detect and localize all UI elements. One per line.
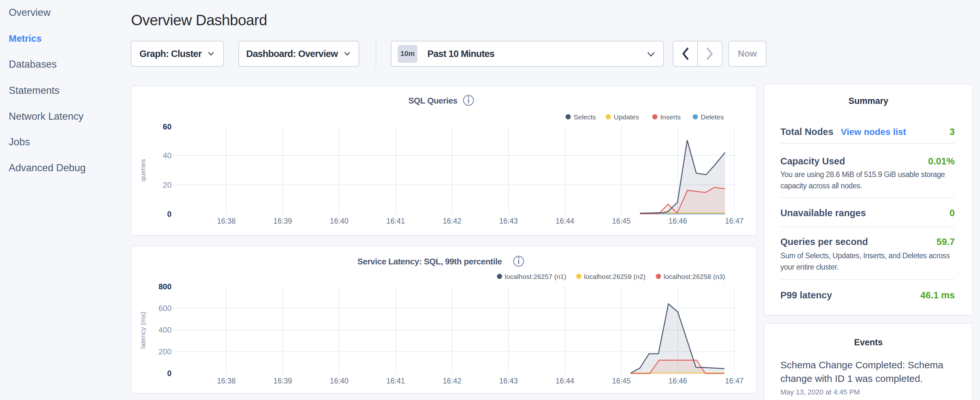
svg-text:16:47: 16:47 [725,377,744,385]
svg-text:Inserts: Inserts [660,113,681,121]
svg-text:200: 200 [159,347,172,356]
svg-text:16:38: 16:38 [217,217,236,225]
svg-text:Selects: Selects [574,113,596,121]
svg-text:16:43: 16:43 [499,377,518,385]
svg-text:latency (ms): latency (ms) [139,312,146,349]
svg-text:16:42: 16:42 [443,217,462,225]
svg-text:600: 600 [159,304,172,312]
svg-text:queries: queries [139,159,146,182]
svg-text:20: 20 [163,180,172,189]
svg-text:16:41: 16:41 [386,377,405,385]
svg-text:16:41: 16:41 [386,217,405,225]
svg-text:16:42: 16:42 [443,377,462,385]
svg-text:16:40: 16:40 [330,377,349,385]
svg-text:localhost:26258 (n3): localhost:26258 (n3) [663,273,725,280]
svg-text:16:46: 16:46 [668,377,687,385]
svg-text:16:39: 16:39 [274,217,292,225]
svg-text:Updates: Updates [614,113,639,121]
svg-text:16:47: 16:47 [725,217,744,225]
svg-text:localhost:26259 (n2): localhost:26259 (n2) [584,273,646,280]
svg-text:localhost:26257 (n1): localhost:26257 (n1) [505,273,566,280]
svg-text:16:38: 16:38 [217,377,236,385]
svg-text:40: 40 [163,151,172,160]
svg-text:16:45: 16:45 [612,217,631,225]
svg-text:0: 0 [167,369,172,378]
svg-text:16:44: 16:44 [555,217,574,225]
svg-text:16:45: 16:45 [612,377,631,385]
svg-text:SQL Queries: SQL Queries [408,96,458,105]
svg-text:Deletes: Deletes [701,113,724,121]
svg-text:16:46: 16:46 [668,217,687,225]
svg-text:400: 400 [159,325,172,334]
svg-text:16:44: 16:44 [555,377,574,385]
svg-text:800: 800 [159,282,172,291]
svg-text:Service Latency: SQL, 99th per: Service Latency: SQL, 99th percentile [358,257,502,266]
svg-text:0: 0 [167,210,172,218]
svg-text:16:39: 16:39 [274,377,292,385]
svg-text:16:40: 16:40 [330,217,349,225]
svg-text:16:43: 16:43 [499,217,518,225]
svg-text:60: 60 [163,122,172,131]
